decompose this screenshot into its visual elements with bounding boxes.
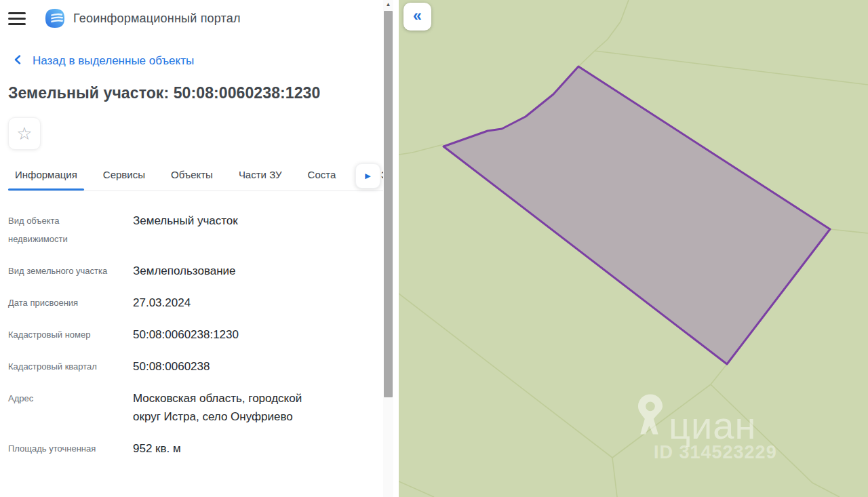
tabs-bar: Информация Сервисы Объекты Части ЗУ Сост… xyxy=(8,163,383,191)
info-value: Землепользование xyxy=(133,262,323,280)
info-value: Земельный участок xyxy=(133,212,323,248)
back-link-label: Назад в выделенные объекты xyxy=(33,54,194,68)
info-value: 50:08:0060238:1230 xyxy=(133,325,323,344)
info-value: 27.03.2024 xyxy=(133,294,323,312)
back-link[interactable]: Назад в выделенные объекты xyxy=(8,54,375,68)
tab-information[interactable]: Информация xyxy=(8,163,84,190)
map-canvas xyxy=(399,0,868,497)
cadastral-boundary-line xyxy=(830,229,868,233)
tabs-scroll-right-button[interactable]: ▶ xyxy=(355,163,380,188)
info-label: Вид земельного участка xyxy=(8,262,110,280)
cadastral-boundary-line xyxy=(399,294,612,458)
info-value: 952 кв. м xyxy=(133,439,323,458)
menu-button[interactable] xyxy=(8,9,28,27)
star-icon: ☆ xyxy=(16,125,32,142)
tab-objects[interactable]: Объекты xyxy=(164,163,220,190)
details-panel: Геоинформационный портал Назад в выделен… xyxy=(0,0,399,497)
info-value: Московская область, городской округ Истр… xyxy=(133,389,323,426)
geo-portal-app: Геоинформационный портал Назад в выделен… xyxy=(0,0,868,497)
favorite-button[interactable]: ☆ xyxy=(8,117,41,150)
tab-services[interactable]: Сервисы xyxy=(96,163,152,190)
info-value: 50:08:0060238 xyxy=(133,357,323,376)
collapse-panel-button[interactable]: « xyxy=(403,3,431,31)
tab-sostav[interactable]: Соста xyxy=(301,163,343,190)
panel-header: Геоинформационный портал xyxy=(8,0,375,34)
info-label: Кадастровый квартал xyxy=(8,357,110,376)
info-label: Вид объекта недвижимости xyxy=(8,212,110,248)
app-title: Геоинформационный портал xyxy=(73,12,241,26)
hamburger-icon xyxy=(8,12,26,14)
details-panel-content: Геоинформационный портал Назад в выделен… xyxy=(0,0,375,497)
cadastral-boundary-line xyxy=(595,0,629,51)
cadastral-boundary-line xyxy=(399,481,434,497)
portal-logo xyxy=(45,8,65,28)
cadastral-boundary-line xyxy=(711,364,727,384)
info-label: Адрес xyxy=(8,389,110,426)
cadastral-boundary-line xyxy=(399,144,443,155)
scroll-up-arrow-icon[interactable]: ▲ xyxy=(383,1,393,7)
chevron-left-icon xyxy=(14,55,22,67)
panel-scrollbar[interactable]: ▲ xyxy=(383,0,393,497)
arrow-right-icon: ▶ xyxy=(365,172,370,180)
info-label: Площадь уточненная xyxy=(8,439,110,458)
cadastral-boundary-line xyxy=(612,458,617,497)
scrollbar-thumb[interactable] xyxy=(384,11,393,397)
cadastral-boundary-line xyxy=(595,51,868,85)
map-area[interactable]: « циан ID 314523229 xyxy=(399,0,868,497)
info-list: Вид объекта недвижимости Земельный участ… xyxy=(8,191,375,458)
info-label: Дата присвоения xyxy=(8,294,110,312)
info-label: Кадастровый номер xyxy=(8,325,110,344)
cadastral-boundary-line xyxy=(612,384,711,458)
cadastral-boundary-line xyxy=(578,51,595,66)
cadastral-boundary-line xyxy=(711,384,840,497)
chevrons-left-icon: « xyxy=(413,8,422,24)
tab-parts-zu[interactable]: Части ЗУ xyxy=(232,163,289,190)
page-title: Земельный участок: 50:08:0060238:1230 xyxy=(8,84,375,102)
parcel-polygon[interactable] xyxy=(443,66,830,364)
